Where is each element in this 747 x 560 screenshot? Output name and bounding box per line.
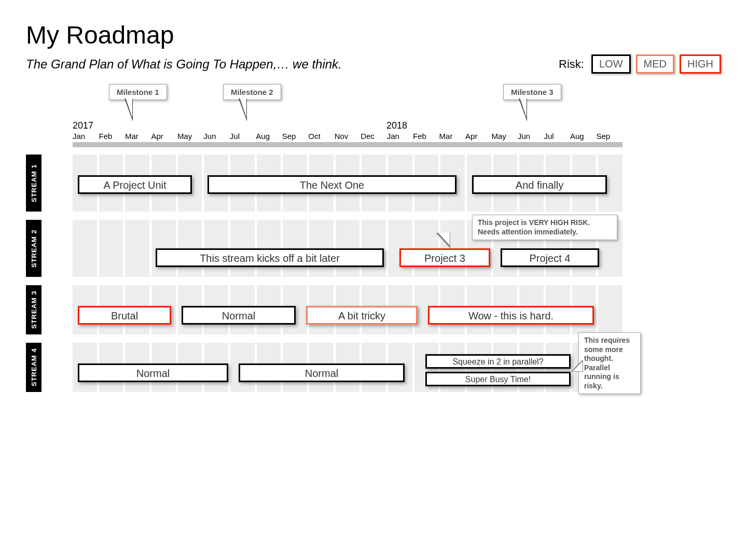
stream-1: STREAM 1 A Project Unit The Next One And… [26, 155, 648, 212]
milestone-3-tail-inner [520, 98, 527, 118]
stream-2-body: This project is VERY HIGH RISK. Needs at… [73, 220, 622, 277]
timeline-header: Milestone 1 Milestone 2 Milestone 3 2017… [73, 89, 648, 146]
stream-4-label: STREAM 4 [26, 343, 42, 392]
stream-2: STREAM 2 This project is VERY HIGH RISK.… [26, 220, 648, 277]
s3-project-4: Wow - this is hard. [428, 306, 594, 325]
legend-label: Risk: [559, 58, 584, 71]
s4-project-4: Super Busy Time! [425, 372, 571, 386]
stream-3: STREAM 3 Brutal Normal A bit tricky Wow … [26, 285, 648, 334]
milestone-1-tail-inner [126, 98, 132, 118]
month-label: Feb [99, 132, 125, 141]
s3-project-3: A bit tricky [306, 306, 418, 325]
s4-project-1: Normal [78, 363, 228, 382]
month-label: Aug [256, 132, 282, 141]
s4-project-2: Normal [239, 363, 405, 382]
month-label: Sep [596, 132, 622, 141]
legend-med: MED [636, 54, 674, 74]
year-2018: 2018 [386, 120, 407, 131]
month-label: Aug [570, 132, 596, 141]
s4-project-3: Squeeze in 2 in parallel? [425, 354, 571, 369]
month-label: May [492, 132, 518, 141]
month-label: Sep [282, 132, 308, 141]
stream-4: STREAM 4 Normal Normal Squeeze in 2 in p… [26, 343, 648, 392]
s1-project-1: A Project Unit [78, 175, 192, 194]
s2-project-1: This stream kicks off a bit later [156, 248, 384, 267]
month-label: Dec [361, 132, 386, 141]
s1-project-3: And finally [472, 175, 607, 194]
stream-1-body: A Project Unit The Next One And finally [73, 155, 622, 212]
month-label: Feb [413, 132, 439, 141]
month-label: Mar [439, 132, 465, 141]
milestone-2-tail-inner [240, 98, 246, 118]
s4-note: This requires some more thought. Paralle… [578, 332, 641, 394]
s3-project-1: Brutal [78, 306, 171, 325]
milestone-1: Milestone 1 [109, 84, 167, 100]
month-label: May [177, 132, 203, 141]
month-label: Jul [230, 132, 256, 141]
timeline-bar [73, 142, 622, 147]
page-subtitle: The Grand Plan of What is Going To Happe… [26, 57, 559, 72]
month-label: Jul [544, 132, 570, 141]
month-label: Jan [73, 132, 99, 141]
s2-note: This project is VERY HIGH RISK. Needs at… [472, 215, 617, 240]
stream-3-body: Brutal Normal A bit tricky Wow - this is… [73, 285, 622, 334]
legend-low: LOW [591, 54, 631, 74]
stream-3-label: STREAM 3 [26, 285, 42, 334]
month-label: Apr [465, 132, 491, 141]
s3-project-2: Normal [182, 306, 296, 325]
month-label: Jun [518, 132, 544, 141]
milestone-3: Milestone 3 [503, 84, 561, 100]
month-label: Nov [335, 132, 361, 141]
s4-note-tail-inner [573, 361, 583, 371]
stream-4-body: Normal Normal Squeeze in 2 in parallel? … [73, 343, 622, 392]
legend-high: HIGH [680, 54, 721, 74]
stream-1-label: STREAM 1 [26, 155, 42, 212]
month-label: Jan [387, 132, 413, 141]
month-label: Mar [125, 132, 151, 141]
s2-project-3: Project 4 [501, 248, 599, 267]
s2-note-tail-inner [438, 233, 450, 245]
s1-project-2: The Next One [208, 175, 457, 194]
s2-project-2: Project 3 [399, 248, 490, 267]
milestone-2: Milestone 2 [223, 84, 281, 100]
year-2017: 2017 [73, 120, 93, 131]
roadmap-canvas: Milestone 1 Milestone 2 Milestone 3 2017… [26, 89, 648, 392]
month-label: Apr [151, 132, 177, 141]
page-title: My Roadmap [26, 21, 721, 49]
month-label: Jun [203, 132, 229, 141]
risk-legend: Risk: LOW MED HIGH [559, 54, 721, 74]
month-row: Jan Feb Mar Apr May Jun Jul Aug Sep Oct … [73, 132, 622, 141]
stream-2-label: STREAM 2 [26, 220, 42, 277]
month-label: Oct [308, 132, 334, 141]
